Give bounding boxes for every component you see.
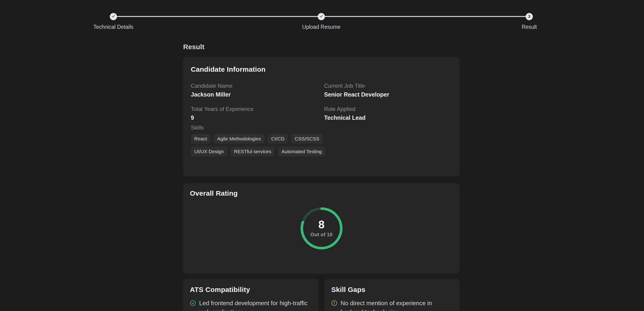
field-value: Technical Lead — [324, 114, 452, 121]
skill-gaps-card: Skill Gaps No direct mention of experien… — [324, 279, 460, 311]
skills-section: Skills React Agile Methodologies CI/CD C… — [191, 124, 452, 156]
overall-rating-card: Overall Rating 8 Out of 10 — [183, 183, 460, 274]
step-label: Technical Details — [94, 24, 134, 30]
field-label: Total Years of Experience — [191, 106, 324, 112]
field-value: Senior React Developer — [324, 91, 452, 98]
field-label: Candidate Name — [191, 83, 324, 89]
skills-chip-list: React Agile Methodologies CI/CD CSS/SCSS… — [191, 134, 348, 156]
check-icon — [319, 14, 323, 19]
step-complete-circle — [318, 13, 325, 20]
field-current-job-title: Current Job Title Senior React Developer — [324, 83, 452, 98]
rating-score-sub-label: Out of 10 — [310, 232, 332, 238]
skill-gaps-card-title: Skill Gaps — [331, 286, 453, 293]
check-circle-icon — [190, 300, 196, 311]
warning-circle-icon — [331, 300, 337, 311]
skill-chip: CSS/SCSS — [291, 134, 323, 144]
rating-gauge: 8 Out of 10 — [300, 207, 343, 250]
bottom-cards-row: ATS Compatibility Led frontend developme… — [183, 279, 460, 311]
field-value: Jackson Miller — [191, 91, 324, 98]
ats-card-title: ATS Compatibility — [190, 286, 312, 293]
rating-gauge-text: 8 Out of 10 — [300, 207, 343, 250]
rating-card-title: Overall Rating — [190, 189, 453, 197]
skill-chip: CI/CD — [268, 134, 288, 144]
step-complete-circle — [110, 13, 117, 20]
skill-chip: UI/UX Design — [191, 147, 227, 156]
step-label: Result — [522, 24, 537, 30]
step-number: 3 — [528, 15, 530, 19]
skill-gap-item: No direct mention of experience in backe… — [331, 299, 453, 311]
skills-label: Skills — [191, 124, 452, 131]
stepper-step-technical-details[interactable]: Technical Details — [94, 13, 134, 30]
ats-item-text: Led frontend development for high-traffi… — [199, 299, 312, 311]
field-candidate-name: Candidate Name Jackson Miller — [191, 83, 324, 98]
field-value: 9 — [191, 114, 324, 121]
ats-item: Led frontend development for high-traffi… — [190, 299, 312, 311]
rating-gauge-wrap: 8 Out of 10 — [190, 207, 453, 250]
field-role-applied: Role Applied Technical Lead — [324, 106, 452, 121]
skill-chip: React — [191, 134, 210, 144]
skill-chip: Automated Testing — [278, 147, 325, 156]
field-label: Current Job Title — [324, 83, 452, 89]
field-label: Role Applied — [324, 106, 452, 112]
candidate-fields-grid: Candidate Name Jackson Miller Current Jo… — [191, 83, 452, 121]
skill-chip: Agile Methodologies — [214, 134, 264, 144]
candidate-card-title: Candidate Information — [191, 66, 452, 73]
skill-gap-item-text: No direct mention of experience in backe… — [340, 299, 453, 311]
step-label: Upload Resume — [302, 24, 340, 30]
skill-chip: RESTful services — [230, 147, 275, 156]
field-total-years-experience: Total Years of Experience 9 — [191, 106, 324, 121]
stepper-step-result[interactable]: 3 Result — [522, 13, 537, 30]
candidate-information-card: Candidate Information Candidate Name Jac… — [183, 57, 460, 176]
step-number-circle: 3 — [526, 13, 533, 20]
stepper-step-upload-resume[interactable]: Upload Resume — [302, 13, 340, 30]
rating-score: 8 — [318, 219, 324, 230]
page-title: Result — [183, 43, 204, 51]
check-icon — [112, 14, 116, 19]
ats-compatibility-card: ATS Compatibility Led frontend developme… — [183, 279, 319, 311]
